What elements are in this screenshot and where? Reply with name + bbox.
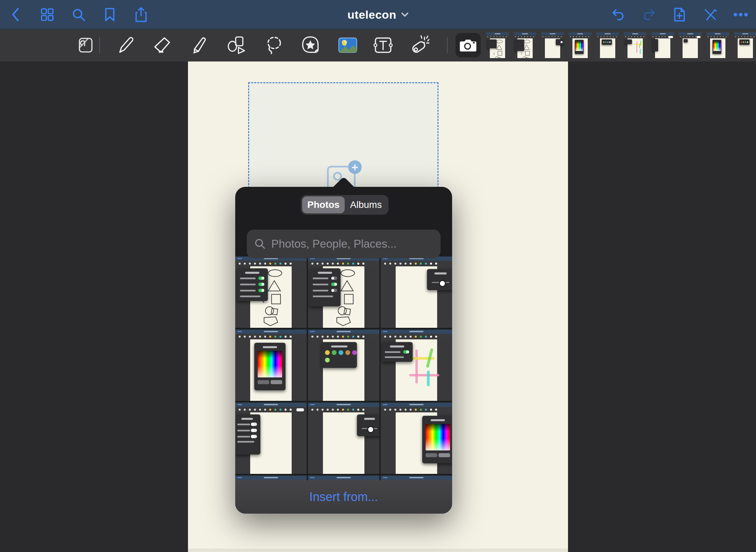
toolbar-page-thumbnail[interactable]	[514, 32, 536, 58]
mini-thickness-panel	[357, 414, 379, 436]
mini-tool-dot	[249, 409, 251, 411]
redo-icon[interactable]	[641, 7, 657, 22]
photo-search-field[interactable]	[247, 230, 441, 258]
mini-button-row	[258, 380, 282, 384]
page-title[interactable]: utelecon	[347, 8, 396, 21]
toolbar-page-thumbnail[interactable]	[651, 32, 674, 58]
mini-tool-dot	[342, 263, 344, 265]
mini-color-row	[325, 350, 354, 355]
mini-panel-title	[318, 272, 332, 274]
mini-titlebar	[381, 330, 452, 334]
mini-tool-dot	[316, 409, 319, 411]
mini-tool-dot	[435, 409, 437, 411]
mini-tool-dot	[322, 336, 324, 338]
bookmark-icon[interactable]	[102, 7, 118, 22]
mini-titlebar	[308, 330, 379, 334]
photo-thumbnail[interactable]	[381, 403, 452, 474]
thumbnails-grid-icon[interactable]	[39, 7, 55, 22]
undo-icon[interactable]	[611, 7, 626, 22]
mini-toggle	[331, 277, 337, 280]
mini-toolbar	[308, 334, 379, 339]
insert-from-button[interactable]: Insert from...	[235, 480, 452, 514]
mini-tool-dot	[394, 336, 396, 338]
mini-panel-title	[431, 419, 445, 421]
camera-button[interactable]	[456, 33, 481, 57]
toolbar-page-thumbnail[interactable]	[541, 32, 564, 58]
mini-tool-dot	[430, 409, 432, 411]
mini-color-dot	[607, 41, 608, 43]
toolbar-page-thumbnail[interactable]	[486, 32, 509, 58]
photo-thumbnail[interactable]	[308, 256, 379, 328]
mini-tool-dot	[269, 336, 271, 338]
photo-thumbnail[interactable]	[381, 330, 452, 401]
photo-thumbnail[interactable]	[381, 476, 452, 480]
readonly-pen-icon[interactable]	[702, 7, 718, 22]
search-icon[interactable]	[71, 7, 86, 22]
mini-toolbar	[381, 407, 452, 412]
highlighter-tool-icon[interactable]	[189, 35, 210, 55]
mini-tool-dot	[389, 336, 391, 338]
laser-pointer-tool-icon[interactable]	[409, 35, 429, 55]
mini-setting-label	[313, 290, 328, 291]
mini-color-spectrum	[426, 424, 450, 450]
toolbar-page-thumbnail[interactable]	[569, 32, 591, 58]
zoom-window-tool-icon[interactable]	[75, 35, 96, 55]
mini-tool-dot	[274, 263, 276, 265]
photo-thumbnail[interactable]	[381, 256, 452, 328]
mini-canvas	[651, 38, 674, 58]
photo-thumbnail[interactable]	[235, 403, 307, 474]
mini-setting-label	[313, 284, 328, 285]
pen-tool-icon[interactable]	[116, 35, 136, 55]
toolbar-separator	[447, 37, 448, 54]
photo-grid[interactable]	[235, 256, 452, 480]
toolbar-page-thumbnail[interactable]	[679, 32, 702, 58]
photo-thumbnail[interactable]	[308, 330, 379, 401]
mini-setting-row	[385, 350, 409, 354]
mini-toolbar	[734, 35, 756, 38]
mini-setting-label	[313, 278, 328, 279]
tab-photos[interactable]: Photos	[302, 196, 345, 213]
photo-thumbnail[interactable]	[235, 256, 307, 328]
tab-albums[interactable]: Albums	[345, 196, 387, 213]
mini-panel	[556, 39, 564, 45]
back-icon[interactable]	[8, 7, 24, 22]
elements-tool-icon[interactable]	[300, 35, 321, 55]
mini-tool-dot	[264, 263, 266, 265]
mini-canvas	[381, 266, 452, 328]
mini-toolbar	[308, 407, 379, 412]
mini-titlebar	[235, 330, 307, 334]
lasso-tool-icon[interactable]	[263, 35, 284, 55]
mini-tool-dot	[269, 409, 271, 411]
mini-tool-dot	[420, 336, 422, 338]
eraser-tool-icon[interactable]	[152, 35, 172, 55]
photo-thumbnail[interactable]	[235, 330, 307, 401]
photo-thumbnail[interactable]	[308, 476, 379, 480]
add-page-icon[interactable]	[672, 7, 687, 22]
share-icon[interactable]	[133, 7, 149, 22]
page-thumbnail-strip[interactable]	[486, 32, 756, 59]
photo-search-input[interactable]	[271, 237, 433, 250]
mini-toolbar	[381, 261, 452, 266]
mini-canvas	[679, 38, 702, 58]
drawing-toolbar	[0, 29, 756, 61]
toolbar-page-thumbnail[interactable]	[596, 32, 619, 58]
more-icon[interactable]	[733, 7, 749, 22]
mini-toolbar	[706, 35, 729, 38]
photo-thumbnail[interactable]	[235, 476, 307, 480]
mini-canvas	[235, 412, 307, 474]
toolbar-page-thumbnail[interactable]	[624, 32, 647, 58]
shapes-tool-icon[interactable]	[226, 35, 246, 55]
mini-titlebar	[486, 32, 509, 35]
toolbar-page-thumbnail[interactable]	[734, 32, 756, 58]
mini-highlighter-stroke	[409, 374, 439, 376]
mini-tool-dot	[311, 336, 313, 338]
image-tool-icon[interactable]	[338, 35, 358, 55]
mini-tool-dot	[259, 409, 261, 411]
mini-canvas	[308, 266, 379, 328]
photo-thumbnail[interactable]	[308, 403, 379, 474]
mini-tool-dot	[357, 336, 359, 338]
mini-tool-dot	[274, 409, 276, 411]
toolbar-page-thumbnail[interactable]	[706, 32, 729, 58]
mini-tool-dot	[290, 409, 292, 411]
text-tool-icon[interactable]	[373, 35, 393, 55]
